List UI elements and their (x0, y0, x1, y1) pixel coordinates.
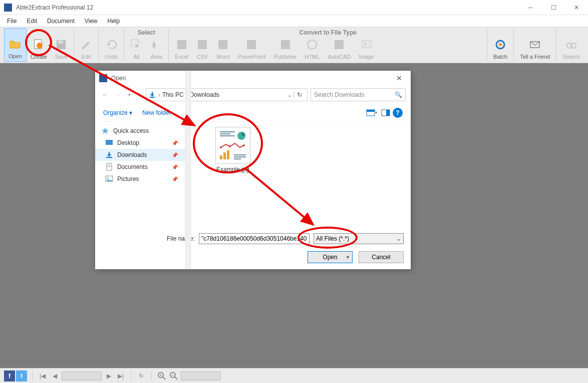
sidebar-downloads[interactable]: Downloads 📌 (95, 149, 185, 161)
tell-friend-button[interactable]: Tell a Friend (516, 28, 554, 62)
publisher-button[interactable]: Publisher (270, 28, 301, 62)
svg-rect-23 (106, 140, 113, 145)
page-input[interactable] (62, 371, 102, 380)
file-thumbnail-icon (215, 127, 250, 164)
menu-help[interactable]: Help (103, 18, 125, 25)
html-icon (306, 39, 318, 51)
svg-rect-8 (247, 40, 256, 49)
powerpoint-icon (245, 39, 257, 51)
prev-page-button[interactable]: ◀ (50, 371, 60, 381)
crumb-downloads[interactable]: Downloads (190, 91, 219, 98)
document-create-icon (33, 39, 45, 51)
zoom-input[interactable] (181, 371, 221, 380)
edit-button[interactable]: Edit (76, 28, 96, 62)
search-button[interactable]: Search (558, 28, 584, 62)
sidebar-quick-access[interactable]: Quick access (95, 125, 185, 137)
facebook-button[interactable]: f (4, 370, 15, 381)
svg-point-32 (243, 144, 245, 146)
view-options-button[interactable]: ▾ (365, 108, 379, 118)
excel-icon (176, 39, 188, 51)
dialog-title: Open (111, 75, 392, 82)
organize-button[interactable]: Organize ▾ (103, 109, 132, 116)
sidebar-pictures[interactable]: Pictures 📌 (95, 173, 185, 185)
svg-rect-33 (220, 155, 222, 159)
binoculars-icon (565, 39, 577, 51)
svg-line-39 (163, 377, 165, 379)
zoom-out-button[interactable] (169, 371, 179, 381)
zoom-in-button[interactable] (157, 371, 167, 381)
close-button[interactable]: ✕ (565, 0, 588, 15)
gear-icon (494, 39, 506, 51)
breadcrumb[interactable]: › This PC › Downloads ⌄ ↻ (146, 88, 308, 101)
nav-up-button[interactable]: ↑ (136, 91, 143, 98)
autocad-button[interactable]: AutoCAD (324, 28, 355, 62)
menu-file[interactable]: File (2, 18, 22, 25)
menu-bar: File Edit Document View Help (0, 15, 588, 27)
image-button[interactable]: Image (355, 28, 378, 62)
workspace: Open ✕ ← → ▾ ↑ › This PC › Downloads ⌄ ↻… (0, 63, 588, 368)
dialog-sidebar: Quick access Desktop 📌 Downloads 📌 Docum… (95, 122, 185, 227)
breadcrumb-dropdown-icon[interactable]: ⌄ (287, 92, 291, 98)
split-dropdown-icon[interactable]: ▼ (346, 255, 350, 260)
dialog-open-button[interactable]: Open ▼ (308, 251, 353, 263)
rotate-button[interactable]: ↻ (136, 371, 146, 381)
save-icon (55, 39, 67, 51)
last-page-button[interactable]: ▶| (116, 371, 126, 381)
menu-edit[interactable]: Edit (22, 18, 42, 25)
powerpoint-button[interactable]: PowerPoint (233, 28, 269, 62)
create-button[interactable]: Create (27, 28, 51, 62)
menu-document[interactable]: Document (42, 18, 80, 25)
minimize-button[interactable]: ─ (519, 0, 542, 15)
excel-button[interactable]: Excel (171, 28, 192, 62)
svg-point-28 (107, 177, 109, 179)
html-button[interactable]: HTML (301, 28, 324, 62)
folder-open-icon (9, 38, 21, 50)
next-page-button[interactable]: ▶ (104, 371, 114, 381)
crumb-pc[interactable]: This PC (162, 91, 184, 98)
refresh-button[interactable]: ↻ (293, 91, 305, 98)
dialog-cancel-button[interactable]: Cancel (359, 251, 404, 263)
sidebar-documents[interactable]: Documents 📌 (95, 161, 185, 173)
filename-label: File name: (102, 235, 195, 242)
app-icon (4, 4, 12, 12)
help-button[interactable]: ? (393, 108, 403, 118)
menu-view[interactable]: View (80, 18, 103, 25)
search-icon: 🔍 (395, 91, 402, 98)
batch-button[interactable]: Batch (489, 28, 511, 62)
svg-point-13 (364, 43, 366, 45)
word-button[interactable]: Word (212, 28, 233, 62)
open-button[interactable]: Open (4, 28, 27, 62)
file-item-example[interactable]: Example.jpg (210, 127, 255, 173)
save-button[interactable]: Save (51, 28, 72, 62)
svg-rect-25 (108, 165, 111, 165)
dialog-close-button[interactable]: ✕ (392, 74, 407, 82)
svg-rect-9 (281, 40, 290, 49)
file-list[interactable]: Example.jpg (185, 122, 411, 227)
status-bar: f t |◀ ◀ ▶ ▶| ↻ (0, 368, 588, 383)
search-input[interactable]: Search Downloads 🔍 (311, 88, 406, 101)
select-all-button[interactable]: All (126, 28, 146, 62)
undo-button[interactable]: Undo (101, 28, 122, 62)
new-folder-button[interactable]: New folder (142, 109, 171, 116)
autocad-icon (333, 39, 345, 51)
maximize-button[interactable]: ☐ (542, 0, 565, 15)
first-page-button[interactable]: |◀ (38, 371, 48, 381)
select-area-button[interactable]: Area (146, 28, 166, 62)
csv-button[interactable]: CSV (192, 28, 212, 62)
nav-recent-button[interactable]: ▾ (126, 92, 133, 97)
title-bar: Able2Extract Professional 12 ─ ☐ ✕ (0, 0, 588, 15)
filename-input[interactable] (199, 233, 310, 244)
pin-icon: 📌 (172, 140, 178, 146)
nav-forward-button[interactable]: → (113, 91, 123, 98)
open-dialog: Open ✕ ← → ▾ ↑ › This PC › Downloads ⌄ ↻… (95, 71, 411, 269)
sidebar-desktop[interactable]: Desktop 📌 (95, 137, 185, 149)
preview-pane-button[interactable] (379, 108, 393, 118)
svg-point-31 (229, 145, 231, 147)
twitter-button[interactable]: t (16, 370, 27, 381)
svg-rect-5 (177, 40, 186, 49)
publisher-icon (279, 39, 291, 51)
nav-back-button[interactable]: ← (100, 91, 110, 98)
filetype-select[interactable]: All Files (*.*) ⌄ (314, 233, 404, 244)
app-title: Able2Extract Professional 12 (16, 4, 519, 11)
word-icon (217, 39, 229, 51)
